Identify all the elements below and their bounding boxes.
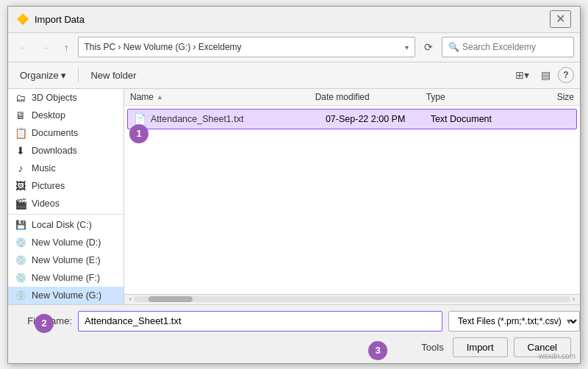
actions-row: Tools Import Cancel [17,337,571,357]
dialog-title: Import Data [35,14,85,25]
desktop-icon: 🖥 [14,110,27,121]
new-volume-g-icon: 💿 [14,290,27,301]
sidebar-item-music[interactable]: ♪ Music [8,160,123,177]
documents-icon: 📋 [14,128,27,138]
search-input[interactable] [462,42,573,52]
toolbar: Organize ▾ New folder ⊞▾ ▤ ? [8,62,580,89]
sidebar-item-label: New Volume (E:) [32,255,101,265]
help-button[interactable]: ? [558,67,574,83]
pane-icon: ▤ [541,69,551,81]
search-icon: 🔍 [448,42,459,52]
sidebar-item-new-volume-e[interactable]: 💿 New Volume (E:) [8,251,123,269]
new-volume-f-icon: 💿 [14,273,27,283]
sidebar-item-new-volume-f[interactable]: 💿 New Volume (F:) [8,269,123,287]
sidebar-divider [8,214,123,215]
column-size[interactable]: Size [537,92,574,102]
address-bar: ← → ↑ This PC › New Volume (G:) › Exceld… [8,33,580,62]
sidebar-item-label: Pictures [32,181,65,191]
filetype-select[interactable]: Text Files (*.prn;*.txt;*.csv) [448,311,580,332]
file-name: Attendance_Sheet1.txt [151,114,326,124]
badge-2: 2 [35,314,54,333]
column-type[interactable]: Type [426,92,537,102]
music-icon: ♪ [14,163,27,173]
sidebar-item-label: Documents [32,128,78,138]
pictures-icon: 🖼 [14,181,27,191]
sidebar-item-label: 3D Objects [32,93,77,103]
search-box[interactable]: 🔍 [442,37,574,57]
title-bar: Import Data ✕ [8,7,580,33]
address-chevron: ▾ [405,43,409,51]
sidebar-item-desktop[interactable]: 🖥 Desktop [8,107,123,124]
sidebar-item-downloads[interactable]: ⬇ Downloads [8,142,123,160]
view-icon: ⊞▾ [515,69,529,81]
file-list-body: 📄 Attendance_Sheet1.txt 07-Sep-22 2:00 P… [124,106,580,294]
sidebar-item-label: New Volume (G:) [32,290,101,301]
sidebar-item-documents[interactable]: 📋 Documents [8,124,123,142]
column-modified[interactable]: Date modified [315,92,426,102]
downloads-icon: ⬇ [14,146,27,156]
sidebar-item-new-volume-d[interactable]: 💿 New Volume (D:) [8,234,123,251]
forward-button[interactable]: → [37,39,55,56]
3d-objects-icon: 🗂 [14,93,27,103]
sort-arrow: ▲ [157,93,163,101]
dialog-icon [17,13,29,25]
videos-icon: 🎬 [14,198,27,209]
pane-button[interactable]: ▤ [537,66,555,84]
local-disk-c-icon: 💾 [14,220,27,230]
sidebar-item-label: Local Disk (C:) [32,220,92,230]
tools-label: Tools [421,342,443,353]
back-button[interactable]: ← [14,39,32,56]
sidebar-item-3d-objects[interactable]: 🗂 3D Objects [8,89,123,107]
scrollbar-track[interactable] [134,296,570,302]
import-button[interactable]: Import [453,337,508,357]
file-type: Text Document [431,114,536,124]
badge-3: 3 [368,341,387,360]
content-area: 🗂 3D Objects 🖥 Desktop 📋 Documents ⬇ Dow… [8,89,580,304]
sidebar-item-new-volume-g[interactable]: 💿 New Volume (G:) [8,287,123,304]
close-button[interactable]: ✕ [550,10,571,28]
address-box[interactable]: This PC › New Volume (G:) › Exceldemy ▾ [78,37,416,57]
address-path: This PC › New Volume (G:) › Exceldemy [85,42,403,52]
bottom-bar: File name: Text Files (*.prn;*.txt;*.csv… [8,304,580,363]
cancel-button[interactable]: Cancel [514,337,571,357]
sidebar-item-label: Videos [32,198,60,209]
file-list-header: Name ▲ Date modified Type Size [124,89,580,106]
sidebar: 🗂 3D Objects 🖥 Desktop 📋 Documents ⬇ Dow… [8,89,124,304]
horizontal-scrollbar[interactable]: ‹ › [124,294,580,304]
table-row[interactable]: 📄 Attendance_Sheet1.txt 07-Sep-22 2:00 P… [127,109,577,129]
sidebar-item-label: Desktop [32,110,65,121]
file-icon: 📄 [134,113,146,125]
sidebar-item-label: Music [32,163,56,173]
sidebar-item-local-disk-c[interactable]: 💾 Local Disk (C:) [8,216,123,234]
filename-input[interactable] [78,311,442,332]
file-list: Name ▲ Date modified Type Size 📄 Attenda… [124,89,580,304]
sidebar-item-label: New Volume (F:) [32,273,100,283]
refresh-button[interactable]: ⟳ [420,38,437,56]
sidebar-item-videos[interactable]: 🎬 Videos [8,195,123,212]
sidebar-item-pictures[interactable]: 🖼 Pictures [8,177,123,195]
toolbar-separator [78,68,79,82]
new-folder-button[interactable]: New folder [85,67,142,84]
new-volume-d-icon: 💿 [14,237,27,248]
scroll-right-arrow[interactable]: › [570,295,577,303]
badge-1: 1 [129,124,148,143]
filename-row: File name: Text Files (*.prn;*.txt;*.csv… [17,311,571,332]
file-modified: 07-Sep-22 2:00 PM [326,114,431,124]
scroll-left-arrow[interactable]: ‹ [127,295,134,303]
sidebar-item-label: New Volume (D:) [32,237,101,248]
toolbar-right: ⊞▾ ▤ ? [511,66,574,84]
up-button[interactable]: ↑ [60,39,74,56]
column-name[interactable]: Name ▲ [130,92,315,102]
new-volume-e-icon: 💿 [14,255,27,265]
scrollbar-thumb[interactable] [148,296,193,302]
view-options-button[interactable]: ⊞▾ [511,66,534,84]
organize-button[interactable]: Organize ▾ [14,67,72,84]
sidebar-item-label: Downloads [32,146,77,156]
